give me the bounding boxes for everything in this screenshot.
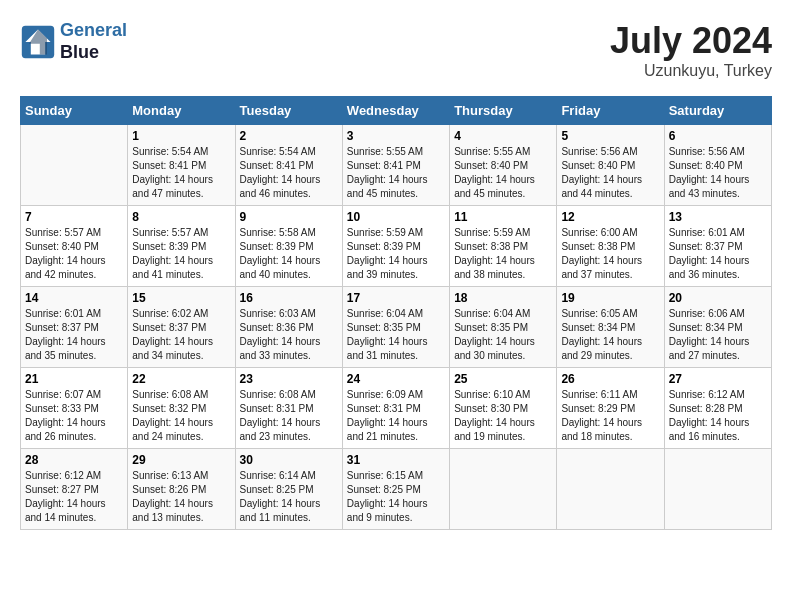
day-cell: 17Sunrise: 6:04 AM Sunset: 8:35 PM Dayli… xyxy=(342,287,449,368)
day-info: Sunrise: 6:07 AM Sunset: 8:33 PM Dayligh… xyxy=(25,388,123,444)
day-info: Sunrise: 6:00 AM Sunset: 8:38 PM Dayligh… xyxy=(561,226,659,282)
week-row-3: 14Sunrise: 6:01 AM Sunset: 8:37 PM Dayli… xyxy=(21,287,772,368)
column-header-tuesday: Tuesday xyxy=(235,97,342,125)
day-cell: 2Sunrise: 5:54 AM Sunset: 8:41 PM Daylig… xyxy=(235,125,342,206)
day-number: 4 xyxy=(454,129,552,143)
day-info: Sunrise: 6:08 AM Sunset: 8:32 PM Dayligh… xyxy=(132,388,230,444)
day-cell: 6Sunrise: 5:56 AM Sunset: 8:40 PM Daylig… xyxy=(664,125,771,206)
day-number: 19 xyxy=(561,291,659,305)
day-number: 31 xyxy=(347,453,445,467)
day-cell: 14Sunrise: 6:01 AM Sunset: 8:37 PM Dayli… xyxy=(21,287,128,368)
day-info: Sunrise: 5:59 AM Sunset: 8:38 PM Dayligh… xyxy=(454,226,552,282)
day-number: 20 xyxy=(669,291,767,305)
day-cell xyxy=(450,449,557,530)
day-number: 11 xyxy=(454,210,552,224)
day-number: 2 xyxy=(240,129,338,143)
day-number: 27 xyxy=(669,372,767,386)
day-number: 16 xyxy=(240,291,338,305)
column-header-saturday: Saturday xyxy=(664,97,771,125)
day-cell: 28Sunrise: 6:12 AM Sunset: 8:27 PM Dayli… xyxy=(21,449,128,530)
day-info: Sunrise: 6:11 AM Sunset: 8:29 PM Dayligh… xyxy=(561,388,659,444)
day-info: Sunrise: 5:55 AM Sunset: 8:40 PM Dayligh… xyxy=(454,145,552,201)
day-number: 28 xyxy=(25,453,123,467)
logo-icon xyxy=(20,24,56,60)
day-info: Sunrise: 6:01 AM Sunset: 8:37 PM Dayligh… xyxy=(25,307,123,363)
column-header-friday: Friday xyxy=(557,97,664,125)
day-info: Sunrise: 6:08 AM Sunset: 8:31 PM Dayligh… xyxy=(240,388,338,444)
day-info: Sunrise: 6:06 AM Sunset: 8:34 PM Dayligh… xyxy=(669,307,767,363)
day-number: 8 xyxy=(132,210,230,224)
day-number: 13 xyxy=(669,210,767,224)
day-info: Sunrise: 6:09 AM Sunset: 8:31 PM Dayligh… xyxy=(347,388,445,444)
day-cell: 4Sunrise: 5:55 AM Sunset: 8:40 PM Daylig… xyxy=(450,125,557,206)
page-header: General Blue July 2024 Uzunkuyu, Turkey xyxy=(20,20,772,80)
day-info: Sunrise: 6:13 AM Sunset: 8:26 PM Dayligh… xyxy=(132,469,230,525)
day-number: 18 xyxy=(454,291,552,305)
day-info: Sunrise: 6:15 AM Sunset: 8:25 PM Dayligh… xyxy=(347,469,445,525)
day-info: Sunrise: 5:56 AM Sunset: 8:40 PM Dayligh… xyxy=(669,145,767,201)
day-cell: 20Sunrise: 6:06 AM Sunset: 8:34 PM Dayli… xyxy=(664,287,771,368)
day-info: Sunrise: 6:03 AM Sunset: 8:36 PM Dayligh… xyxy=(240,307,338,363)
day-info: Sunrise: 5:57 AM Sunset: 8:40 PM Dayligh… xyxy=(25,226,123,282)
day-number: 22 xyxy=(132,372,230,386)
day-info: Sunrise: 6:02 AM Sunset: 8:37 PM Dayligh… xyxy=(132,307,230,363)
day-number: 21 xyxy=(25,372,123,386)
day-cell: 3Sunrise: 5:55 AM Sunset: 8:41 PM Daylig… xyxy=(342,125,449,206)
day-cell: 7Sunrise: 5:57 AM Sunset: 8:40 PM Daylig… xyxy=(21,206,128,287)
day-cell xyxy=(21,125,128,206)
day-number: 23 xyxy=(240,372,338,386)
day-info: Sunrise: 5:58 AM Sunset: 8:39 PM Dayligh… xyxy=(240,226,338,282)
day-number: 30 xyxy=(240,453,338,467)
day-cell: 12Sunrise: 6:00 AM Sunset: 8:38 PM Dayli… xyxy=(557,206,664,287)
day-number: 9 xyxy=(240,210,338,224)
day-info: Sunrise: 6:12 AM Sunset: 8:28 PM Dayligh… xyxy=(669,388,767,444)
day-info: Sunrise: 5:59 AM Sunset: 8:39 PM Dayligh… xyxy=(347,226,445,282)
day-info: Sunrise: 6:04 AM Sunset: 8:35 PM Dayligh… xyxy=(454,307,552,363)
day-cell: 29Sunrise: 6:13 AM Sunset: 8:26 PM Dayli… xyxy=(128,449,235,530)
week-row-2: 7Sunrise: 5:57 AM Sunset: 8:40 PM Daylig… xyxy=(21,206,772,287)
day-number: 5 xyxy=(561,129,659,143)
day-cell xyxy=(557,449,664,530)
day-cell: 22Sunrise: 6:08 AM Sunset: 8:32 PM Dayli… xyxy=(128,368,235,449)
day-info: Sunrise: 6:12 AM Sunset: 8:27 PM Dayligh… xyxy=(25,469,123,525)
day-info: Sunrise: 5:54 AM Sunset: 8:41 PM Dayligh… xyxy=(132,145,230,201)
day-number: 3 xyxy=(347,129,445,143)
day-info: Sunrise: 6:10 AM Sunset: 8:30 PM Dayligh… xyxy=(454,388,552,444)
day-number: 25 xyxy=(454,372,552,386)
day-number: 17 xyxy=(347,291,445,305)
day-cell: 16Sunrise: 6:03 AM Sunset: 8:36 PM Dayli… xyxy=(235,287,342,368)
week-row-1: 1Sunrise: 5:54 AM Sunset: 8:41 PM Daylig… xyxy=(21,125,772,206)
day-info: Sunrise: 5:57 AM Sunset: 8:39 PM Dayligh… xyxy=(132,226,230,282)
day-cell: 13Sunrise: 6:01 AM Sunset: 8:37 PM Dayli… xyxy=(664,206,771,287)
day-cell: 26Sunrise: 6:11 AM Sunset: 8:29 PM Dayli… xyxy=(557,368,664,449)
day-cell: 31Sunrise: 6:15 AM Sunset: 8:25 PM Dayli… xyxy=(342,449,449,530)
week-row-5: 28Sunrise: 6:12 AM Sunset: 8:27 PM Dayli… xyxy=(21,449,772,530)
day-cell: 25Sunrise: 6:10 AM Sunset: 8:30 PM Dayli… xyxy=(450,368,557,449)
day-number: 12 xyxy=(561,210,659,224)
column-header-thursday: Thursday xyxy=(450,97,557,125)
day-number: 7 xyxy=(25,210,123,224)
day-cell: 9Sunrise: 5:58 AM Sunset: 8:39 PM Daylig… xyxy=(235,206,342,287)
logo-text: General Blue xyxy=(60,20,127,63)
column-header-sunday: Sunday xyxy=(21,97,128,125)
day-cell: 18Sunrise: 6:04 AM Sunset: 8:35 PM Dayli… xyxy=(450,287,557,368)
day-info: Sunrise: 5:56 AM Sunset: 8:40 PM Dayligh… xyxy=(561,145,659,201)
location: Uzunkuyu, Turkey xyxy=(610,62,772,80)
day-info: Sunrise: 6:14 AM Sunset: 8:25 PM Dayligh… xyxy=(240,469,338,525)
title-block: July 2024 Uzunkuyu, Turkey xyxy=(610,20,772,80)
day-cell xyxy=(664,449,771,530)
day-cell: 5Sunrise: 5:56 AM Sunset: 8:40 PM Daylig… xyxy=(557,125,664,206)
day-info: Sunrise: 5:55 AM Sunset: 8:41 PM Dayligh… xyxy=(347,145,445,201)
week-row-4: 21Sunrise: 6:07 AM Sunset: 8:33 PM Dayli… xyxy=(21,368,772,449)
day-info: Sunrise: 5:54 AM Sunset: 8:41 PM Dayligh… xyxy=(240,145,338,201)
day-cell: 10Sunrise: 5:59 AM Sunset: 8:39 PM Dayli… xyxy=(342,206,449,287)
calendar-table: SundayMondayTuesdayWednesdayThursdayFrid… xyxy=(20,96,772,530)
day-cell: 1Sunrise: 5:54 AM Sunset: 8:41 PM Daylig… xyxy=(128,125,235,206)
day-cell: 8Sunrise: 5:57 AM Sunset: 8:39 PM Daylig… xyxy=(128,206,235,287)
day-number: 15 xyxy=(132,291,230,305)
column-header-monday: Monday xyxy=(128,97,235,125)
day-info: Sunrise: 6:01 AM Sunset: 8:37 PM Dayligh… xyxy=(669,226,767,282)
day-number: 1 xyxy=(132,129,230,143)
column-headers: SundayMondayTuesdayWednesdayThursdayFrid… xyxy=(21,97,772,125)
day-cell: 27Sunrise: 6:12 AM Sunset: 8:28 PM Dayli… xyxy=(664,368,771,449)
